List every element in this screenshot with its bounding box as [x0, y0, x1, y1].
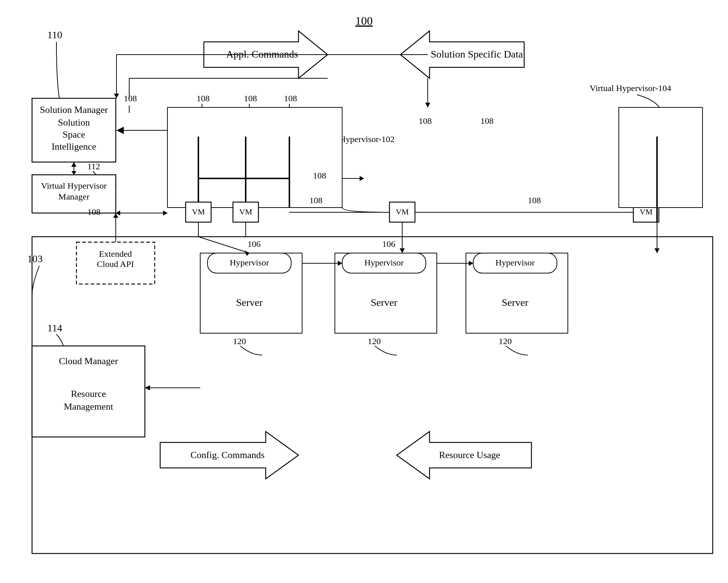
- config-commands-label: Config. Commands: [190, 450, 265, 460]
- vm-7: VM: [396, 207, 408, 216]
- label-108-2: 108: [244, 94, 257, 103]
- server-3-label: Server: [502, 297, 529, 308]
- cloud-manager-title: Cloud Manager: [59, 356, 118, 366]
- svg-rect-24: [167, 107, 342, 208]
- label-120-1: 120: [233, 336, 246, 346]
- solution-space-line2: Space: [63, 129, 85, 140]
- label-108-bot: 108: [309, 196, 323, 205]
- vhm-title-line1: Virtual Hypervisor: [41, 181, 107, 190]
- label-108-vhm: 108: [87, 207, 100, 217]
- vm-5: VM: [192, 207, 205, 216]
- label-108-4: 108: [313, 171, 326, 180]
- solution-space-line1: Solution: [58, 117, 90, 128]
- solution-specific-data-label: Solution Specific Data: [431, 48, 523, 60]
- fig-number: 100: [355, 14, 373, 27]
- extended-cloud-api-line1: Extended: [99, 249, 132, 259]
- label-108-5: 108: [419, 116, 432, 126]
- virtual-hypervisor-104-label: Virtual Hypervisor-104: [590, 83, 671, 93]
- intelligence-label: Intelligence: [52, 141, 96, 152]
- extended-cloud-api-line2: Cloud API: [97, 259, 134, 269]
- vhm-title-line2: Manager: [58, 192, 89, 201]
- label-103: 103: [27, 253, 43, 264]
- label-108-3: 108: [284, 94, 297, 103]
- resource-mgmt-title: Resource: [71, 389, 106, 399]
- label-108-bot2: 108: [528, 196, 541, 205]
- hypervisor-1-label: Hypervisor: [230, 258, 269, 267]
- appl-commands-label: Appl. Commands: [226, 48, 298, 60]
- vm-6: VM: [239, 207, 252, 216]
- hypervisor-2-label: Hypervisor: [364, 258, 404, 267]
- label-108-sm: 108: [124, 94, 137, 103]
- resource-mgmt-title2: Management: [64, 401, 114, 412]
- label-110: 110: [47, 29, 62, 40]
- label-112: 112: [87, 162, 100, 171]
- label-106-1: 106: [248, 239, 261, 249]
- label-108-1: 108: [197, 94, 210, 103]
- label-120-3: 120: [499, 336, 512, 346]
- resource-usage-label: Resource Usage: [439, 450, 500, 460]
- label-120-2: 120: [368, 336, 381, 346]
- svg-rect-37: [619, 107, 703, 208]
- label-108-6: 108: [480, 116, 494, 126]
- solution-manager-title: Solution Manager: [40, 105, 108, 115]
- hypervisor-3-label: Hypervisor: [495, 258, 535, 267]
- vm-8: VM: [640, 207, 652, 216]
- label-114: 114: [47, 322, 62, 334]
- server-1-label: Server: [236, 297, 263, 308]
- server-2-label: Server: [371, 297, 397, 308]
- label-106-2: 106: [382, 239, 395, 249]
- diagram: 100 110 Appl. Commands Solution Specific…: [0, 0, 728, 583]
